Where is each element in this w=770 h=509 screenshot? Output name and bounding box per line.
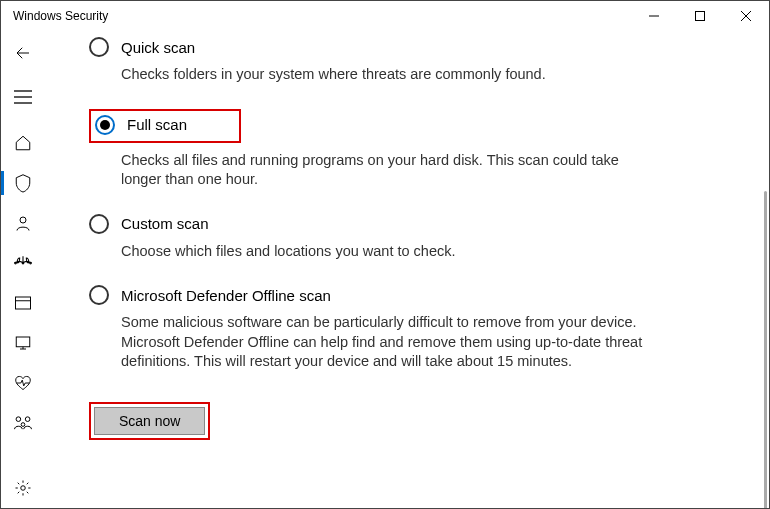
svg-rect-12 bbox=[16, 297, 31, 309]
scan-now-container: Scan now bbox=[89, 402, 729, 440]
nav-device-performance[interactable] bbox=[1, 363, 45, 403]
back-button[interactable] bbox=[1, 35, 45, 71]
menu-button[interactable] bbox=[1, 77, 45, 117]
titlebar: Windows Security bbox=[1, 1, 769, 31]
nav-account-protection[interactable] bbox=[1, 203, 45, 243]
scrollbar-thumb[interactable] bbox=[764, 191, 767, 508]
window-controls bbox=[631, 1, 769, 31]
sidebar bbox=[1, 31, 45, 508]
body: Quick scan Checks folders in your system… bbox=[1, 31, 769, 508]
nav-device-security[interactable] bbox=[1, 323, 45, 363]
option-description: Choose which files and locations you wan… bbox=[121, 242, 661, 262]
scan-now-button[interactable]: Scan now bbox=[94, 407, 205, 435]
svg-rect-14 bbox=[16, 337, 30, 347]
scrollbar[interactable] bbox=[761, 61, 767, 506]
svg-point-18 bbox=[25, 417, 30, 422]
radio-icon bbox=[89, 285, 109, 305]
svg-point-19 bbox=[21, 423, 25, 427]
nav-home[interactable] bbox=[1, 123, 45, 163]
scan-option-custom: Custom scan Choose which files and locat… bbox=[89, 214, 729, 262]
radio-full-scan[interactable]: Full scan bbox=[95, 115, 187, 135]
option-description: Checks folders in your system where thre… bbox=[121, 65, 661, 85]
nav-firewall[interactable] bbox=[1, 243, 45, 283]
svg-rect-1 bbox=[696, 12, 705, 21]
highlight-annotation: Scan now bbox=[89, 402, 210, 440]
window-frame: Windows Security bbox=[0, 0, 770, 509]
highlight-annotation: Full scan bbox=[89, 109, 241, 143]
radio-icon bbox=[95, 115, 115, 135]
svg-point-8 bbox=[20, 217, 26, 223]
scan-option-full: Full scan Checks all files and running p… bbox=[89, 109, 729, 190]
minimize-button[interactable] bbox=[631, 1, 677, 31]
option-description: Checks all files and running programs on… bbox=[121, 151, 661, 190]
radio-label: Full scan bbox=[127, 116, 187, 133]
scan-option-offline: Microsoft Defender Offline scan Some mal… bbox=[89, 285, 729, 372]
radio-icon bbox=[89, 214, 109, 234]
nav-settings[interactable] bbox=[1, 468, 45, 508]
svg-point-17 bbox=[16, 417, 21, 422]
scan-option-quick: Quick scan Checks folders in your system… bbox=[89, 37, 729, 85]
nav-virus-protection[interactable] bbox=[1, 163, 45, 203]
radio-quick-scan[interactable]: Quick scan bbox=[89, 37, 729, 57]
content-area: Quick scan Checks folders in your system… bbox=[45, 31, 769, 508]
radio-label: Custom scan bbox=[121, 215, 209, 232]
radio-label: Microsoft Defender Offline scan bbox=[121, 287, 331, 304]
nav-app-browser-control[interactable] bbox=[1, 283, 45, 323]
option-description: Some malicious software can be particula… bbox=[121, 313, 661, 372]
radio-custom-scan[interactable]: Custom scan bbox=[89, 214, 729, 234]
maximize-button[interactable] bbox=[677, 1, 723, 31]
window-title: Windows Security bbox=[13, 9, 108, 23]
close-button[interactable] bbox=[723, 1, 769, 31]
radio-icon bbox=[89, 37, 109, 57]
svg-point-20 bbox=[21, 486, 26, 491]
radio-label: Quick scan bbox=[121, 39, 195, 56]
nav-family-options[interactable] bbox=[1, 403, 45, 443]
radio-offline-scan[interactable]: Microsoft Defender Offline scan bbox=[89, 285, 729, 305]
